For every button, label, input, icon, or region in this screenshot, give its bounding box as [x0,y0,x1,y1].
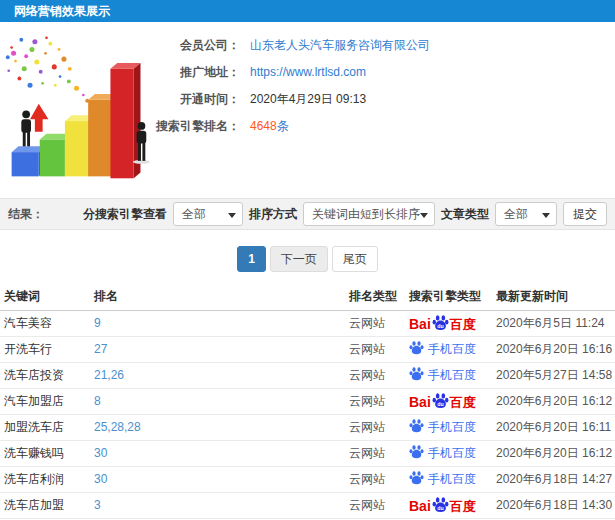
promo-url-link[interactable]: https://www.lrtlsd.com [250,65,366,79]
submit-button[interactable]: 提交 [563,202,607,226]
promo-url-label: 推广地址： [155,64,240,81]
baidu-paw-icon [409,366,428,384]
mobile-baidu-label: 手机百度 [428,341,476,358]
filter-bar: 结果： 分搜索引擎查看 全部 排序方式 关键词由短到长排序 文章类型 全部 提交 [0,198,615,230]
promo-url-row: 推广地址： https://www.lrtlsd.com [155,65,615,79]
engine-cell: Bai du 百度 [405,310,492,336]
keyword-cell: 洗车店利润 [0,466,90,492]
updated-cell: 2020年5月27日 14:58 [492,362,615,388]
mobile-baidu-label: 手机百度 [428,419,476,436]
baidu-logo: Bai du 百度 [409,392,476,409]
baidu-logo-latin: Bai [409,317,431,331]
rank-cell[interactable]: 3 [90,492,345,518]
baidu-logo: Bai du 百度 [409,314,476,331]
growth-chart-graphic [0,22,155,198]
table-row: 洗车店加盟 3 云网站 Bai du 百度 2020年6月18日 14:30 [0,492,615,518]
rank-cell[interactable]: 25,28,28 [90,414,345,440]
baidu-paw-icon [409,470,428,488]
engine-rank-count: 4648 [250,119,277,133]
last-page-button[interactable]: 尾页 [332,246,378,272]
keyword-cell: 洗车店投资 [0,362,90,388]
rank-cell[interactable]: 9 [90,310,345,336]
rank-cell[interactable]: 8 [90,388,345,414]
engine-select[interactable]: 全部 [173,202,243,226]
article-type-select[interactable]: 全部 [495,202,557,226]
page-title: 网络营销效果展示 [14,3,110,20]
rank-type-cell: 云网站 [345,310,405,336]
rank-type-cell: 云网站 [345,336,405,362]
updated-cell: 2020年6月18日 14:30 [492,492,615,518]
baidu-logo-cn: 百度 [450,500,476,513]
keyword-cell: 洗车店加盟 [0,492,90,518]
keyword-cell: 洗车赚钱吗 [0,440,90,466]
engine-rank-unit: 条 [277,119,289,133]
updated-cell: 2020年6月20日 16:11 [492,414,615,440]
pagination: 1 下一页 尾页 [0,246,615,272]
baidu-paw-icon [409,444,428,462]
article-type-label: 文章类型 [441,206,489,223]
confetti-dots [6,36,89,102]
rank-type-cell: 云网站 [345,466,405,492]
table-row: 汽车美容 9 云网站 Bai du 百度 2020年6月5日 11:24 [0,310,615,336]
baidu-logo: Bai du 百度 [409,496,476,513]
result-label: 结果： [8,206,44,223]
company-row: 会员公司： 山东老人头汽车服务咨询有限公司 [155,38,615,52]
engine-cell: 手机百度 [405,414,492,440]
baidu-logo-latin: Bai [409,395,431,409]
results-table: 关键词 排名 排名类型 搜索引擎类型 最新更新时间 汽车美容 9 云网站 Bai… [0,284,615,519]
keyword-cell: 汽车美容 [0,310,90,336]
engine-cell: Bai du 百度 [405,388,492,414]
chevron-down-icon [228,213,236,218]
engine-rank-row: 搜索引擎排名： 4648条 [155,119,615,133]
company-link[interactable]: 山东老人头汽车服务咨询有限公司 [250,37,430,54]
next-page-button[interactable]: 下一页 [270,246,328,272]
mobile-baidu-logo: 手机百度 [409,366,476,384]
chevron-down-icon [420,213,428,218]
open-time-row: 开通时间： 2020年4月29日 09:13 [155,92,615,106]
rank-cell[interactable]: 27 [90,336,345,362]
mobile-baidu-label: 手机百度 [428,471,476,488]
baidu-paw-icon [409,418,428,436]
updated-cell: 2020年6月5日 11:24 [492,310,615,336]
engine-cell: 手机百度 [405,336,492,362]
rank-cell[interactable]: 30 [90,466,345,492]
sort-select[interactable]: 关键词由短到长排序 [303,202,435,226]
baidu-paw-icon: du [431,496,450,513]
svg-text:du: du [437,401,443,407]
baidu-logo-latin: Bai [409,499,431,513]
mobile-baidu-logo: 手机百度 [409,444,476,462]
engine-filter-label: 分搜索引擎查看 [83,206,167,223]
updated-cell: 2020年6月20日 16:12 [492,440,615,466]
sort-select-value: 关键词由短到长排序 [312,206,420,223]
businessman-figure-left [21,110,31,146]
up-arrow-icon [30,104,48,132]
engine-select-value: 全部 [182,206,206,223]
info-section: 会员公司： 山东老人头汽车服务咨询有限公司 推广地址： https://www.… [0,22,615,198]
col-header-rank-type: 排名类型 [345,284,405,310]
engine-rank-label: 搜索引擎排名： [155,118,240,135]
mobile-baidu-logo: 手机百度 [409,418,476,436]
info-panel: 会员公司： 山东老人头汽车服务咨询有限公司 推广地址： https://www.… [155,22,615,198]
table-row: 汽车加盟店 8 云网站 Bai du 百度 2020年6月20日 16:12 [0,388,615,414]
keyword-cell: 开洗车行 [0,336,90,362]
mobile-baidu-logo: 手机百度 [409,470,476,488]
col-header-updated: 最新更新时间 [492,284,615,310]
updated-cell: 2020年6月18日 14:27 [492,466,615,492]
company-label: 会员公司： [155,37,240,54]
rank-type-cell: 云网站 [345,362,405,388]
mobile-baidu-logo: 手机百度 [409,340,476,358]
rank-cell[interactable]: 30 [90,440,345,466]
mobile-baidu-label: 手机百度 [428,445,476,462]
table-row: 洗车店利润 30 云网站 手机百度 2020年6月18日 14:27 [0,466,615,492]
updated-cell: 2020年6月20日 16:12 [492,388,615,414]
table-row: 加盟洗车店 25,28,28 云网站 手机百度 2020年6月20日 16:11 [0,414,615,440]
table-row: 洗车赚钱吗 30 云网站 手机百度 2020年6月20日 16:12 [0,440,615,466]
svg-text:du: du [437,505,443,511]
page-button-1[interactable]: 1 [237,246,266,272]
table-row: 开洗车行 27 云网站 手机百度 2020年6月20日 16:16 [0,336,615,362]
rank-type-cell: 云网站 [345,440,405,466]
rank-cell[interactable]: 21,26 [90,362,345,388]
article-type-select-value: 全部 [504,206,528,223]
rank-type-cell: 云网站 [345,388,405,414]
bar-chart-illustration [0,22,155,198]
